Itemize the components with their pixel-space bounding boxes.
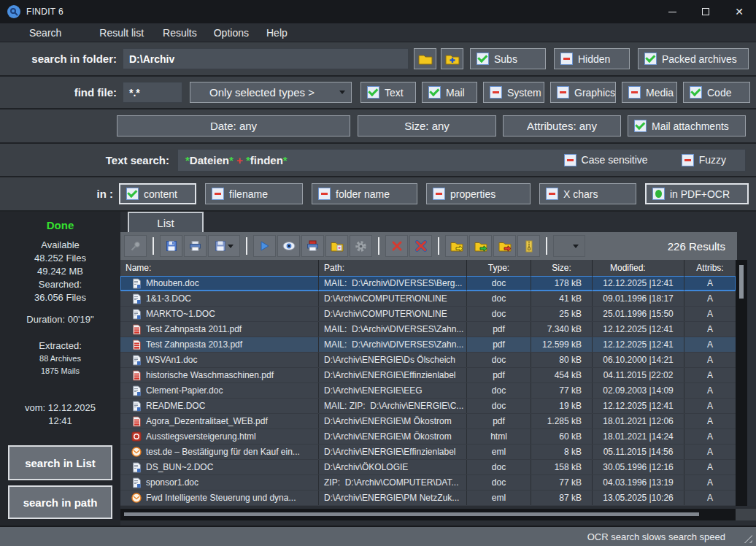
- text-type-checkbox[interactable]: Text: [360, 82, 416, 103]
- open-result-folder-button[interactable]: [325, 235, 348, 257]
- mail-attachments-checkbox[interactable]: Mail attachments: [628, 115, 746, 136]
- table-row[interactable]: README.DOCMAIL: ZIP: D:\Archiv\ENERGIE\C…: [120, 399, 736, 414]
- file-size-cell: 77 kB: [531, 383, 593, 398]
- minimize-button[interactable]: [655, 0, 689, 23]
- filename-checkbox[interactable]: filename: [205, 183, 303, 204]
- folder-input[interactable]: D:\Archiv: [123, 48, 409, 69]
- print-report-button[interactable]: [301, 235, 324, 257]
- folder-label: search in folder:: [0, 53, 117, 65]
- column-header-modified[interactable]: Modified:: [593, 260, 684, 276]
- toolbar-separator: [546, 237, 547, 255]
- toolbar-separator: [153, 237, 154, 255]
- fuzzy-checkbox[interactable]: Fuzzy: [682, 154, 726, 166]
- table-row[interactable]: Ausstiegsversteigerung.htmlD:\Archiv\ENE…: [120, 429, 736, 445]
- save-button[interactable]: [160, 235, 182, 257]
- delete-all-button[interactable]: [409, 235, 432, 257]
- start-search-button[interactable]: [253, 235, 276, 257]
- settings-button[interactable]: [350, 235, 372, 257]
- abort-search-button[interactable]: [124, 235, 147, 257]
- zip-archive-button[interactable]: [517, 235, 540, 257]
- table-row[interactable]: Clement-Papier.docD:\Archiv\ENERGIE\EEGd…: [120, 383, 736, 399]
- menu-search[interactable]: Search: [29, 27, 61, 39]
- column-header-type[interactable]: Type:: [467, 260, 531, 276]
- file-attribs-cell: A: [684, 322, 736, 337]
- table-row[interactable]: historische Waschmaschinen.pdfD:\Archiv\…: [120, 368, 736, 383]
- table-row[interactable]: WSVAn1.docD:\Archiv\ENERGIE\Ds Ölscheich…: [120, 353, 736, 368]
- file-path-cell: D:\Archiv\ENERGIE\PM NetzZuk...: [319, 491, 467, 505]
- menu-help[interactable]: Help: [266, 27, 288, 39]
- file-attribs-cell: A: [684, 399, 736, 413]
- column-header-attribs[interactable]: Attribs:: [684, 260, 736, 276]
- column-header-name[interactable]: Name:: [120, 260, 319, 276]
- date-filter-button[interactable]: Date: any: [117, 115, 350, 136]
- column-header-path[interactable]: Path:: [319, 260, 467, 276]
- table-row[interactable]: 1&1-3.DOCD:\Archiv\COMPUTER\ONLINEdoc41 …: [120, 291, 736, 307]
- file-types-dropdown[interactable]: Only selected types >: [190, 82, 352, 103]
- search-in-list-button[interactable]: search in List: [8, 445, 112, 480]
- file-size-cell: 25 kB: [531, 307, 593, 321]
- content-checkbox[interactable]: content: [119, 183, 196, 204]
- column-header-size[interactable]: Size:: [531, 260, 593, 276]
- system-type-checkbox[interactable]: System: [483, 82, 544, 103]
- file-name-cell: Test Zahnpasta 2013.pdf: [120, 337, 319, 352]
- table-row[interactable]: sponsor1.docZIP: D:\Archiv\COMPUTER\DAT.…: [120, 475, 736, 491]
- code-type-checkbox[interactable]: Code: [683, 82, 750, 103]
- file-mask-input[interactable]: *.*: [123, 82, 182, 103]
- table-row[interactable]: MARKTO~1.DOCD:\Archiv\COMPUTER\ONLINEdoc…: [120, 307, 736, 322]
- table-row[interactable]: DS_BUN~2.DOCD:\Archiv\ÖKOLOGIEdoc158 kB3…: [120, 460, 736, 475]
- case-sensitive-checkbox[interactable]: Case sensitive: [564, 154, 648, 166]
- open-folder-button[interactable]: [414, 48, 436, 69]
- menu-results[interactable]: Results: [163, 27, 197, 39]
- add-folder-button[interactable]: [441, 48, 463, 69]
- resize-grip-icon[interactable]: [743, 534, 752, 543]
- file-size-cell: 1.285 kB: [531, 414, 593, 428]
- remove-folder-button[interactable]: [493, 235, 516, 257]
- search-in-path-button[interactable]: search in path: [8, 485, 112, 519]
- table-row[interactable]: Mhouben.docMAIL: D:\Archiv\DIVERSES\Berg…: [120, 276, 736, 291]
- properties-checkbox[interactable]: properties: [426, 183, 531, 204]
- file-modified-cell: 12.12.2025 |12:41: [593, 276, 684, 291]
- print-button[interactable]: [184, 235, 207, 257]
- x-chars-checkbox[interactable]: X chars: [539, 183, 636, 204]
- preview-button[interactable]: [277, 235, 300, 257]
- file-type-cell: html: [467, 429, 531, 444]
- scope-label: in :: [0, 188, 113, 200]
- tab-list[interactable]: List: [128, 212, 204, 232]
- vertical-scrollbar[interactable]: [736, 260, 747, 506]
- minimize-icon: [668, 12, 676, 12]
- subs-checkbox[interactable]: Subs: [470, 48, 546, 69]
- file-modified-cell: 02.09.2003 |14:09: [593, 383, 684, 398]
- close-button[interactable]: ✕: [722, 0, 756, 23]
- horizontal-scrollbar-thumb[interactable]: [124, 512, 699, 516]
- format-dropdown[interactable]: [553, 235, 585, 257]
- hidden-checkbox[interactable]: Hidden: [554, 48, 630, 69]
- pdf-ocr-checkbox[interactable]: in PDF+OCR: [645, 183, 749, 204]
- save-as-button[interactable]: [208, 235, 240, 257]
- table-row[interactable]: Test Zahnpasta 2013.pdfMAIL: D:\Archiv\D…: [120, 337, 736, 353]
- table-row[interactable]: test.de – Bestätigung für den Kauf ein..…: [120, 445, 736, 460]
- folder-name-checkbox[interactable]: folder name: [312, 183, 417, 204]
- packed-archives-checkbox[interactable]: Packed archives: [638, 48, 749, 69]
- menu-result-list[interactable]: Result list: [99, 27, 144, 39]
- file-attribs-cell: A: [684, 475, 736, 490]
- table-row[interactable]: Agora_Dezentralitaet_WEB.pdfD:\Archiv\EN…: [120, 414, 736, 429]
- file-path-cell: D:\Archiv\ENERGIE\Effinzienlabel: [319, 445, 467, 459]
- vertical-scrollbar-thumb[interactable]: [739, 265, 744, 299]
- delete-selected-button[interactable]: [385, 235, 408, 257]
- horizontal-scrollbar[interactable]: [120, 509, 736, 520]
- media-type-checkbox[interactable]: Media: [622, 82, 677, 103]
- doc-file-icon: [131, 277, 142, 289]
- export-folder-button[interactable]: [445, 235, 468, 257]
- mail-type-checkbox[interactable]: Mail: [422, 82, 477, 103]
- move-folder-button[interactable]: [469, 235, 492, 257]
- checkbox-icon: [644, 53, 657, 65]
- graphics-type-checkbox[interactable]: Graphics: [550, 82, 616, 103]
- size-filter-button[interactable]: Size: any: [358, 115, 496, 136]
- maximize-button[interactable]: [689, 0, 722, 23]
- text-search-input[interactable]: *Dateien* + *finden* Case sensitive Fuzz…: [177, 149, 746, 172]
- menu-options[interactable]: Options: [214, 27, 249, 39]
- checkbox-icon: [477, 53, 489, 65]
- table-row[interactable]: Fwd Intelligente Steuerung und dyna...D:…: [120, 491, 736, 506]
- table-row[interactable]: Test Zahnpasta 2011.pdfMAIL: D:\Archiv\D…: [120, 322, 736, 337]
- attributes-filter-button[interactable]: Attributes: any: [503, 115, 621, 136]
